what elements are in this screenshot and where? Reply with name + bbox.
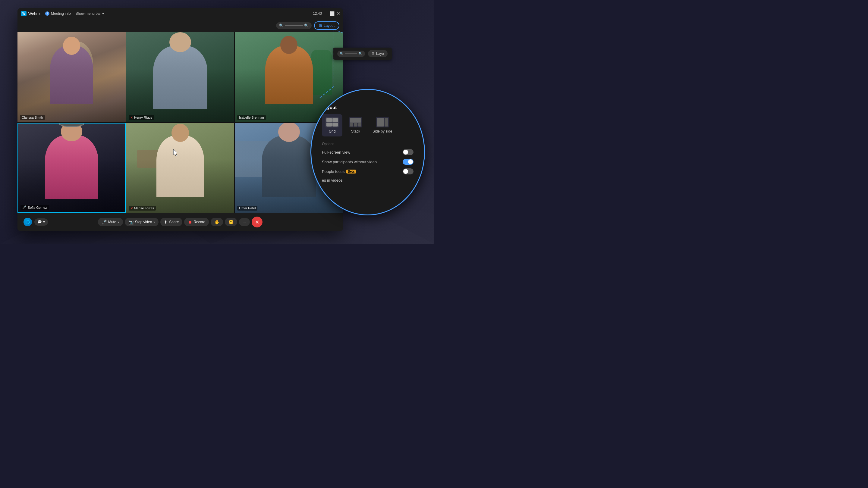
layout-btn-dup: ⊞ Layo — [368, 50, 388, 57]
meeting-info-label: Meeting info — [51, 11, 70, 16]
participant-2-name: Henry Riggs — [134, 116, 153, 119]
search-icon-right: 🔍 — [304, 24, 309, 28]
layout-options-row: Grid Stack — [322, 114, 413, 136]
stop-video-button[interactable]: 📷 Stop video ▾ — [125, 218, 159, 226]
search-bar[interactable]: 🔍 🔍 — [276, 22, 312, 29]
meeting-info-button[interactable]: i Meeting info — [45, 11, 70, 16]
beta-badge: Beta — [346, 170, 356, 173]
layout-icon: ⊞ — [319, 24, 322, 28]
name-label-6: Umar Patel — [237, 206, 257, 210]
window-controls: – ⬜ ✕ — [323, 11, 341, 16]
person-5-body — [156, 135, 204, 197]
grid-cell — [333, 123, 338, 127]
raise-hand-button[interactable]: ✋ — [211, 218, 223, 226]
chat-chevron: ▾ — [43, 220, 45, 224]
person-5-head — [172, 124, 189, 142]
search-bar-dup: 🔍 🔍 — [337, 51, 365, 57]
search-divider — [285, 25, 303, 26]
mute-chevron: ▾ — [118, 221, 119, 224]
video-cell-4[interactable]: 🎤 Sofia Gomez — [18, 123, 126, 213]
toolbar-left: 💬 ▾ — [24, 218, 48, 226]
people-focus-toggle[interactable] — [403, 168, 413, 174]
layout-panel-title: Layout — [322, 105, 413, 110]
layout-panel-inner: Layout Grid — [311, 90, 424, 215]
titlebar: W Webex i Meeting info Show menu bar ▾ 1… — [18, 8, 343, 19]
name-label-5: ✕ Marise Torres — [129, 206, 156, 210]
layout-label-dup: Layo — [376, 52, 384, 56]
video-cell-5[interactable]: ✕ Marise Torres — [126, 123, 235, 213]
more-button[interactable]: … — [239, 218, 250, 226]
show-participants-label: Show participants without video — [322, 160, 377, 164]
mute-label: Mute — [108, 220, 116, 224]
mic-off-2: ✕ — [130, 116, 133, 119]
layout-topbar-duplicate: 🔍 🔍 ⊞ Layo — [333, 47, 392, 60]
meeting-info-icon: i — [45, 11, 50, 16]
layout-side-by-side-option[interactable]: Side by side — [369, 114, 396, 136]
reactions-button[interactable]: 😊 — [225, 218, 237, 226]
end-call-button[interactable]: ✕ — [252, 217, 262, 227]
webex-icon: W — [21, 11, 27, 16]
faces-in-videos-label: es in videos — [322, 178, 343, 183]
show-menu-button[interactable]: Show menu bar ▾ — [76, 11, 104, 16]
show-menu-label: Show menu bar — [76, 11, 101, 16]
grid-icon — [326, 117, 339, 127]
video-chevron: ▾ — [153, 221, 155, 224]
mute-icon: 🎤 — [101, 220, 107, 224]
stack-icon — [349, 117, 362, 127]
side-by-side-option-label: Side by side — [373, 129, 392, 133]
webex-ring-icon — [25, 220, 30, 224]
search-line-dup — [345, 53, 357, 54]
video-cell-1[interactable]: Clarissa Smith — [18, 32, 126, 122]
camera-icon: 📷 — [128, 220, 133, 224]
record-label: Record — [193, 220, 205, 224]
mute-button[interactable]: 🎤 Mute ▾ — [98, 218, 123, 226]
name-label-2: ✕ Henry Riggs — [129, 115, 154, 120]
mic-off-5: ✕ — [130, 207, 133, 210]
person-4-body — [45, 135, 98, 199]
mic-icon-4: 🎤 — [22, 205, 27, 209]
fullscreen-toggle[interactable] — [403, 149, 413, 155]
sbs-main — [377, 118, 384, 127]
maximize-button[interactable]: ⬜ — [330, 11, 334, 16]
topbar: 🔍 🔍 ⊞ Layout — [18, 19, 343, 32]
person-2-head — [169, 32, 191, 52]
layout-label: Layout — [324, 24, 335, 28]
person-6-head — [278, 123, 300, 142]
stack-main — [350, 118, 361, 123]
participant-5-name: Marise Torres — [134, 206, 154, 210]
video-cell-2[interactable]: ✕ Henry Riggs — [126, 32, 235, 122]
grid-cell — [327, 118, 332, 122]
people-focus-label: People focus — [322, 169, 344, 174]
time-display: 12:40 — [313, 11, 322, 16]
share-button[interactable]: ⬆ Share — [160, 218, 182, 226]
layout-grid-option[interactable]: Grid — [322, 114, 342, 136]
minimize-button[interactable]: – — [323, 11, 327, 16]
stack-thumb — [354, 123, 357, 127]
toolbar-center: 🎤 Mute ▾ 📷 Stop video ▾ ⬆ Share ⏺ Record… — [98, 217, 262, 227]
layout-stack-option[interactable]: Stack — [345, 114, 366, 136]
record-button[interactable]: ⏺ Record — [184, 218, 209, 226]
stack-option-label: Stack — [351, 129, 360, 133]
fullscreen-label: Full-screen view — [322, 150, 350, 155]
grid-cell — [327, 123, 332, 127]
chat-button[interactable]: 💬 ▾ — [34, 218, 48, 226]
search-icon: 🔍 — [279, 24, 284, 28]
video-grid: Clarissa Smith ✕ Henry Riggs Isabelle Br… — [18, 32, 343, 213]
raise-hand-icon: ✋ — [214, 220, 219, 224]
stack-thumb — [350, 123, 353, 127]
share-label: Share — [169, 220, 179, 224]
grid-option-label: Grid — [329, 129, 336, 133]
share-icon: ⬆ — [164, 220, 167, 224]
search-icon-dup: 🔍 — [340, 52, 344, 56]
plant-shape — [310, 50, 332, 96]
layout-button[interactable]: ⊞ Layout — [314, 22, 339, 30]
close-button[interactable]: ✕ — [336, 11, 341, 16]
grid-cell — [333, 118, 338, 122]
person-1-head — [63, 37, 80, 55]
show-participants-toggle[interactable] — [403, 159, 413, 165]
participant-4-name: Sofia Gomez — [28, 206, 47, 209]
svg-point-4 — [26, 220, 30, 224]
sbs-side — [384, 118, 388, 127]
toolbar: 💬 ▾ 🎤 Mute ▾ 📷 Stop video ▾ ⬆ Share ⏺ Re… — [18, 213, 343, 231]
people-focus-label-container: People focus Beta — [322, 169, 356, 174]
